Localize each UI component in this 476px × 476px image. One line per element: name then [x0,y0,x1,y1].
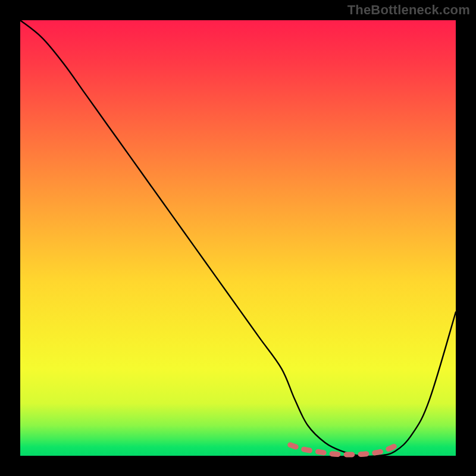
bottleneck-curve [20,20,456,456]
chart-frame: TheBottleneck.com [0,0,476,476]
curve-layer [20,20,456,456]
optimal-region-marker [290,445,395,455]
watermark-text: TheBottleneck.com [347,2,470,18]
